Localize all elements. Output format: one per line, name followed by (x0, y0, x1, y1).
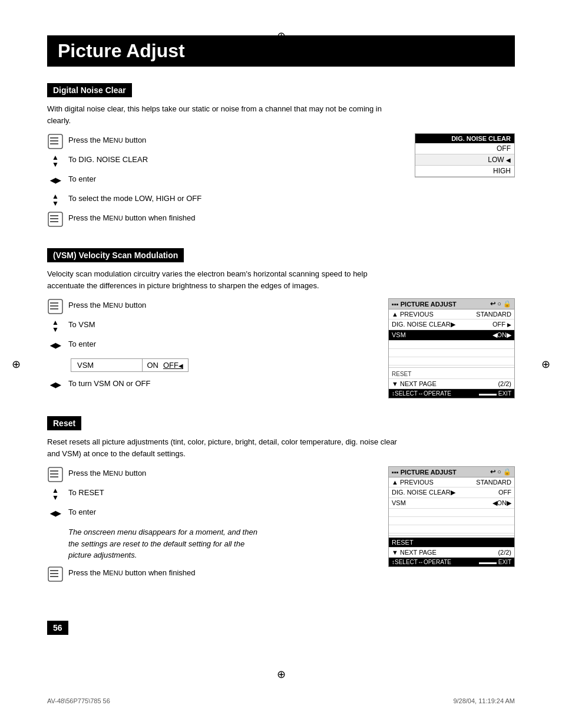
vsm-toggle-area: VSM ON OFF◀ (71, 358, 371, 372)
svg-rect-1 (50, 137, 58, 139)
pic-menu-row-nextpage: ▼ NEXT PAGE (2/2) (389, 548, 514, 558)
leftright-arrow-icon: ◀▶ (47, 172, 64, 189)
leftright-arrow-icon: ◀▶ (47, 377, 64, 393)
reset-step2-text: To RESET (68, 486, 104, 499)
reg-mark-right: ⊕ (541, 358, 550, 371)
step-row: Press the MENU button when finished (47, 566, 371, 582)
menu-icon (47, 566, 64, 582)
row-left: ▼ NEXT PAGE (392, 380, 437, 387)
pic-menu-header: ▪▪▪ PICTURE ADJUST ↩ ○ 🔒 (389, 299, 514, 309)
reset-italic-text: The onscreen menu disappears for a momen… (68, 526, 269, 561)
step4-text: To select the mode LOW, HIGH or OFF (68, 192, 201, 205)
vsm-step3-text: To enter (68, 337, 96, 350)
vsm-step1-text: Press the MENU button (68, 298, 146, 311)
row-right: (2/2) (498, 549, 511, 556)
section1-description: With digital noise clear, this helps tak… (47, 103, 401, 126)
pic-menu-header: ▪▪▪ PICTURE ADJUST ↩ ○ 🔒 (389, 467, 514, 477)
pic-menu-icons: ↩ ○ 🔒 (490, 300, 511, 308)
menu-icon (47, 298, 64, 315)
svg-rect-18 (50, 573, 58, 574)
vsm-on-option: ON (147, 361, 159, 370)
pic-menu-footer: ↕SELECT↔OPERATE ▬▬▬ EXIT (389, 558, 514, 566)
step-row: Press the MENU button (47, 133, 397, 150)
pic-menu-row-reset-highlighted: RESET (389, 538, 514, 548)
vsm-toggle-options: ON OFF◀ (143, 359, 189, 371)
updown-arrow-icon: ▲▼ (47, 192, 64, 208)
section1-steps-area: Press the MENU button ▲▼ To DIG. NOISE C… (47, 133, 515, 230)
row-left: ▲ PREVIOUS (392, 311, 434, 318)
pic-menu-row-dig-noise: DIG. NOISE CLEAR▶ OFF ▶ (389, 319, 514, 330)
pic-menu-spacer (389, 349, 514, 357)
svg-rect-14 (50, 473, 58, 475)
row-left: RESET (392, 539, 414, 546)
footer-right: ▬▬▬ EXIT (479, 559, 511, 565)
pic-menu-spacer (389, 357, 514, 365)
svg-rect-3 (50, 143, 58, 144)
row-right: OFF ▶ (492, 321, 511, 328)
reset-step1-text: Press the MENU button (68, 466, 146, 479)
row-right: STANDARD (476, 311, 511, 318)
updown-arrow-icon: ▲▼ (47, 153, 64, 169)
step-row: ◀▶ To turn VSM ON or OFF (47, 377, 371, 393)
section3-description: Reset resets all picture adjustments (ti… (47, 436, 401, 459)
pic-menu-title: ▪▪▪ PICTURE ADJUST (392, 301, 457, 308)
section3-heading: Reset (47, 416, 81, 430)
step-row: ▲▼ To DIG. NOISE CLEAR (47, 153, 397, 169)
step-row: Press the MENU button (47, 466, 371, 483)
section2-steps-area: Press the MENU button ▲▼ To VSM ◀▶ To en… (47, 298, 515, 398)
svg-rect-10 (50, 305, 58, 307)
section2-heading: (VSM) Velocity Scan Modulation (47, 248, 184, 262)
pic-menu-row-nextpage: ▼ NEXT PAGE (2/2) (389, 379, 514, 389)
pic-menu-title: ▪▪▪ PICTURE ADJUST (392, 469, 457, 476)
vsm-step4-text: To turn VSM ON or OFF (68, 377, 150, 390)
step-row: ▲▼ To VSM (47, 318, 371, 334)
step1-text: Press the MENU button (68, 133, 146, 146)
section1-heading: Digital Noise Clear (47, 83, 132, 97)
pic-menu-spacer (389, 525, 514, 533)
updown-arrow-icon: ▲▼ (47, 486, 64, 502)
row-left: VSM (392, 499, 406, 507)
step-row: ◀▶ To enter (47, 172, 397, 189)
vsm-toggle-label: VSM (71, 359, 143, 371)
menu-row-high: HIGH (415, 166, 514, 177)
section-vsm: (VSM) Velocity Scan Modulation Velocity … (47, 248, 515, 398)
pic-menu-row-previous: ▲ PREVIOUS STANDARD (389, 477, 514, 487)
svg-rect-11 (50, 308, 58, 309)
footer-left-text: AV-48\56P775\785 56 (47, 697, 110, 704)
svg-rect-6 (50, 218, 58, 219)
page-footer: AV-48\56P775\785 56 9/28/04, 11:19:24 AM (47, 697, 515, 704)
menu-row-off: OFF (415, 143, 514, 154)
step-row: ▲▼ To RESET (47, 486, 371, 502)
pic-menu-spacer (389, 341, 514, 349)
footer-right: ▬▬▬ EXIT (479, 390, 511, 397)
row-right: ◀ON▶ (492, 499, 512, 507)
pic-menu-spacer (389, 509, 514, 517)
menu-row-low: LOW ◀ (415, 154, 514, 166)
row-left: VSM (392, 331, 406, 339)
section3-steps: Press the MENU button ▲▼ To RESET ◀▶ To … (47, 466, 371, 585)
step3-text: To enter (68, 172, 96, 185)
step-row: ◀▶ To enter (47, 505, 371, 522)
section2-steps: Press the MENU button ▲▼ To VSM ◀▶ To en… (47, 298, 371, 396)
row-left: ▼ NEXT PAGE (392, 549, 437, 556)
leftright-arrow-icon: ◀▶ (47, 505, 64, 522)
row-right: OFF (498, 489, 511, 496)
section3-steps-area: Press the MENU button ▲▼ To RESET ◀▶ To … (47, 466, 515, 585)
pic-menu-spacer (389, 517, 514, 525)
row-left: DIG. NOISE CLEAR▶ (392, 321, 455, 328)
vsm-off-option: OFF◀ (163, 361, 183, 370)
reg-mark-top: ⊕ (277, 29, 286, 42)
dig-noise-clear-menu: DIG. NOISE CLEAR OFF LOW ◀ HIGH (415, 133, 515, 177)
row-left: RESET (392, 371, 411, 377)
menu-icon (47, 211, 64, 228)
vsm-toggle: VSM ON OFF◀ (71, 358, 189, 372)
section-reset: Reset Reset resets all picture adjustmen… (47, 416, 515, 585)
pic-menu-icons: ↩ ○ 🔒 (490, 468, 511, 476)
section-digital-noise-clear: Digital Noise Clear With digital noise c… (47, 83, 515, 230)
vsm-step2-text: To VSM (68, 318, 95, 331)
menu-icon (47, 133, 64, 150)
dig-noise-menu-header: DIG. NOISE CLEAR (415, 134, 514, 143)
row-left: DIG. NOISE CLEAR▶ (392, 489, 455, 496)
updown-arrow-icon: ▲▼ (47, 318, 64, 334)
vsm-picture-adjust-menu: ▪▪▪ PICTURE ADJUST ↩ ○ 🔒 ▲ PREVIOUS STAN… (388, 298, 515, 398)
